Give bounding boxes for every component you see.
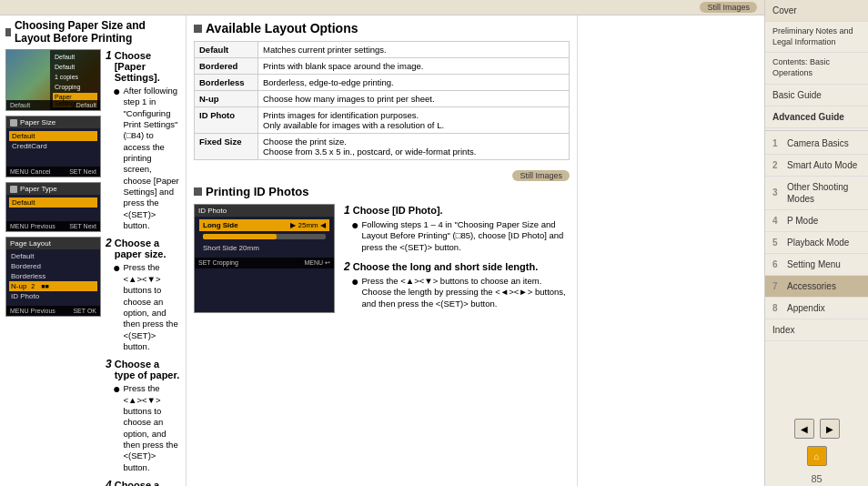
sidebar-item-advanced-guide[interactable]: Advanced Guide <box>765 106 868 128</box>
nav-home-button[interactable]: ⌂ <box>807 446 827 466</box>
layout-borderless[interactable]: Borderless <box>9 271 97 281</box>
cam1-bottom-left: Default <box>10 102 30 108</box>
id-photo-header: ID Photo <box>195 205 334 217</box>
sidebar-item-p-mode[interactable]: 4 P Mode <box>765 210 868 232</box>
sidebar-item-setting-menu[interactable]: 6 Setting Menu <box>765 254 868 276</box>
section-icon <box>5 28 11 36</box>
paper-size-default[interactable]: Default <box>9 131 97 141</box>
step2-bullet1: Press the <▲><▼> buttons to choose an op… <box>123 262 180 352</box>
layout-name-idphoto: ID Photo <box>195 107 258 134</box>
id-step-1: 1 Choose [ID Photo]. ● Following steps 1… <box>344 204 570 253</box>
layout-desc-default: Matches current printer settings. <box>258 42 570 58</box>
layout-name-default: Default <box>195 42 258 58</box>
layout-name-fixedsize: Fixed Size <box>195 134 258 160</box>
paper-type-header: Paper Type <box>6 183 100 195</box>
layout-table: Default Matches current printer settings… <box>194 41 570 160</box>
page-title: Choosing Paper Size and Layout Before Pr… <box>5 19 180 45</box>
nav-prev-button[interactable]: ◀ <box>794 419 814 439</box>
step3-bullet1: Press the <▲><▼> buttons to choose an op… <box>123 383 180 473</box>
cam4-set: SET OK <box>73 308 96 314</box>
sidebar-item-cover[interactable]: Cover <box>765 0 868 22</box>
layout-idphoto[interactable]: ID Photo <box>9 291 97 301</box>
id-step2-bullet: Press the <▲><▼> buttons to choose an it… <box>361 276 570 309</box>
sidebar-item-camera-basics[interactable]: 1 Camera Basics <box>765 133 868 155</box>
layout-name-nup: N-up <box>195 91 258 107</box>
sidebar-item-smart-auto[interactable]: 2 Smart Auto Mode <box>765 155 868 177</box>
printing-id-icon <box>194 187 202 196</box>
cam3-set: SET Next <box>69 223 96 229</box>
id-step1-bullet: Following steps 1 – 4 in "Choosing Paper… <box>361 219 570 253</box>
paper-size-creditcard[interactable]: CreditCard <box>9 141 97 151</box>
step-1: 1 Choose [Paper Settings]. ● After follo… <box>106 49 180 231</box>
layout-name-bordered: Bordered <box>195 58 258 75</box>
page-number: 85 <box>765 471 868 486</box>
still-images-banner: Still Images <box>700 2 757 13</box>
sidebar-item-other-shooting[interactable]: 3 Other Shooting Modes <box>765 177 868 210</box>
sidebar-item-accessories[interactable]: 7 Accessories <box>765 276 868 298</box>
step1-bullet1: After following step 1 in "Configuring P… <box>123 86 180 231</box>
cam1-bottom-right: Default <box>76 102 96 108</box>
layout-section-icon <box>194 25 202 33</box>
cam2-set: SET Next <box>69 168 96 175</box>
cam3-menu: MENU Previous <box>10 223 56 229</box>
sidebar-item-contents[interactable]: Contents: Basic Operations <box>765 53 868 84</box>
id-step-2: 2 Choose the long and short side length.… <box>344 260 570 309</box>
id-photo-short-side: Short Side 20mm <box>199 242 329 254</box>
cam4-menu: MENU Previous <box>10 308 56 314</box>
layout-desc-idphoto: Prints images for identification purpose… <box>258 107 570 134</box>
printing-id-title: Printing ID Photos <box>194 185 570 198</box>
layout-name-borderless: Borderless <box>195 75 258 91</box>
sidebar-item-prelim[interactable]: Preliminary Notes and Legal Information <box>765 22 868 53</box>
table-row: ID Photo Prints images for identificatio… <box>195 107 570 134</box>
paper-size-header: Paper Size <box>6 116 100 128</box>
table-row: N-up Choose how many images to print per… <box>195 91 570 107</box>
table-row: Bordered Prints with blank space around … <box>195 58 570 75</box>
page-layout-header: Page Layout <box>6 238 100 249</box>
layout-desc-fixedsize: Choose the print size.Choose from 3.5 x … <box>258 134 570 160</box>
sidebar-nav: ◀ ▶ <box>765 411 868 446</box>
available-layout-title: Available Layout Options <box>194 21 570 35</box>
layout-default[interactable]: Default <box>9 251 97 261</box>
nav-next-button[interactable]: ▶ <box>820 419 840 439</box>
sidebar-item-playback[interactable]: 5 Playback Mode <box>765 232 868 254</box>
paper-type-default[interactable]: Default <box>9 197 97 208</box>
sidebar-item-index[interactable]: Index <box>765 319 868 341</box>
still-images-banner-2: Still Images <box>512 170 570 181</box>
layout-desc-nup: Choose how many images to print per shee… <box>258 91 570 107</box>
id-photo-long-side: Long Side ▶ 25mm ◀ <box>199 219 329 231</box>
table-row: Borderless Borderless, edge-to-edge prin… <box>195 75 570 91</box>
table-row: Default Matches current printer settings… <box>195 42 570 58</box>
layout-nup[interactable]: N-up 2 ■■ <box>9 281 97 291</box>
step-2: 2 Choose a paper size. ● Press the <▲><▼… <box>106 237 180 352</box>
layout-bordered[interactable]: Bordered <box>9 261 97 271</box>
id-photo-steps: 1 Choose [ID Photo]. ● Following steps 1… <box>344 204 570 317</box>
sidebar-item-basic-guide[interactable]: Basic Guide <box>765 85 868 106</box>
step-4: 4 Choose a layout. ● Press the <▲><▼> bu… <box>106 479 180 486</box>
cam2-menu: MENU Cancel <box>10 168 50 175</box>
id-photo-screenshot: ID Photo Long Side ▶ 25mm ◀ <box>194 204 335 313</box>
id-photo-bottom: SET Cropping MENU ↩ <box>195 258 334 268</box>
step-3: 3 Choose a type of paper. ● Press the <▲… <box>106 358 180 473</box>
sidebar: Cover Preliminary Notes and Legal Inform… <box>765 0 868 486</box>
sidebar-item-appendix[interactable]: 8 Appendix <box>765 298 868 319</box>
layout-desc-bordered: Prints with blank space around the image… <box>258 58 570 75</box>
table-row: Fixed Size Choose the print size.Choose … <box>195 134 570 160</box>
layout-desc-borderless: Borderless, edge-to-edge printing. <box>258 75 570 91</box>
